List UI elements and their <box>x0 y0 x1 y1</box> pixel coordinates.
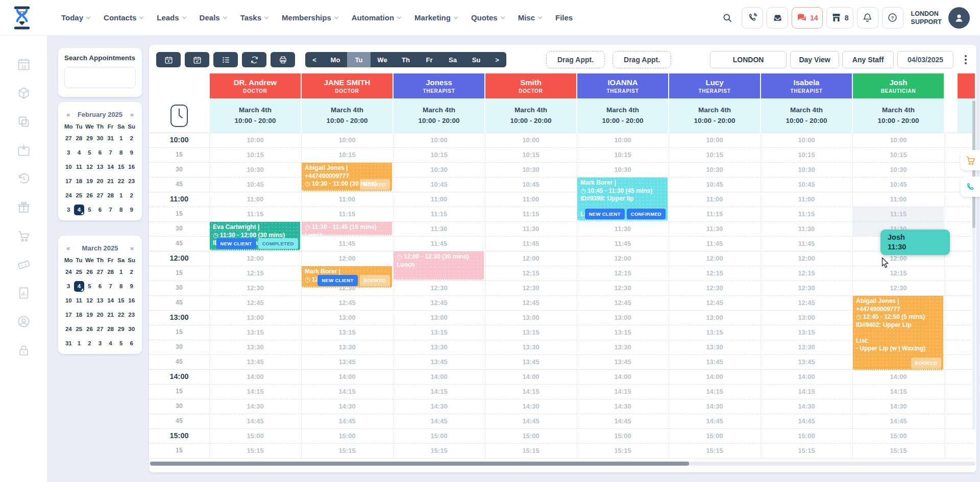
time-slot[interactable]: 12:00 <box>485 251 577 266</box>
nav-item-deals[interactable]: Deals <box>200 13 227 22</box>
day-tab-we[interactable]: We <box>371 52 394 67</box>
prev-day-button[interactable]: < <box>305 52 324 67</box>
time-slot[interactable]: 13:45 <box>485 354 577 369</box>
time-slot[interactable]: 12:00 <box>669 251 761 266</box>
calendar-day[interactable]: 28 <box>105 190 116 201</box>
time-slot[interactable]: 11:15 <box>209 207 301 221</box>
chat-button[interactable]: 14 <box>792 7 823 29</box>
day-tab-tu[interactable]: Tu <box>347 52 371 67</box>
nav-item-files[interactable]: Files <box>555 13 573 22</box>
calendar-day[interactable]: 27 <box>95 267 106 277</box>
time-slot[interactable]: 11:30 <box>761 221 852 236</box>
time-slot[interactable]: 10:45 <box>393 177 485 192</box>
time-slot[interactable]: 10:15 <box>301 147 393 162</box>
calendar-day[interactable]: 11 <box>74 295 85 306</box>
time-slot[interactable]: 11:15 <box>393 207 485 221</box>
time-slot[interactable]: 15:15 <box>301 443 393 458</box>
staff-header-ioanna[interactable]: IOANNATHERAPIST <box>577 73 668 98</box>
rail-voucher-icon[interactable] <box>0 250 47 278</box>
calendar-day[interactable]: 1 <box>116 267 127 277</box>
nav-item-memberships[interactable]: Memberships <box>282 13 338 22</box>
calendar-day[interactable]: 2 <box>126 133 137 144</box>
time-slot[interactable]: 14:30 <box>209 399 301 414</box>
calendar-day[interactable]: 2 <box>126 267 137 277</box>
calendar-day[interactable]: 3 <box>63 281 74 292</box>
time-slot[interactable]: 13:45 <box>393 354 485 369</box>
new-appointment-button[interactable] <box>156 52 181 67</box>
calendar-day[interactable]: 16 <box>126 162 137 172</box>
calendar-day[interactable]: 7 <box>105 281 116 292</box>
time-slot[interactable]: 14:45 <box>669 414 761 428</box>
time-slot[interactable]: 11:45 <box>393 236 485 251</box>
calendar-day[interactable]: 5 <box>116 338 127 349</box>
calendar-day[interactable]: 9 <box>126 205 137 215</box>
calendar-day[interactable]: 13 <box>95 162 106 172</box>
time-slot[interactable]: 13:00 <box>761 310 852 325</box>
calendar-day[interactable]: 3 <box>63 147 74 158</box>
calendar-day[interactable]: 30 <box>95 133 106 144</box>
rail-gift-icon[interactable] <box>0 193 47 221</box>
time-slot[interactable]: 10:45 <box>852 177 944 192</box>
calendar-day[interactable]: 23 <box>126 310 137 320</box>
time-slot[interactable]: 13:30 <box>393 340 485 354</box>
time-slot[interactable]: 13:00 <box>301 310 393 325</box>
appointment-abigail-jones[interactable]: Abigail Jones |+447490009777◷ 10:30 - 11… <box>302 163 392 191</box>
appointment-11-30-11-45-15-mins[interactable]: ◷ 11:30 - 11:45 (15 mins)Lunch <box>302 222 392 236</box>
calendar-day[interactable]: 31 <box>105 133 116 144</box>
staff-header-dr-andrew[interactable]: DR. AndrewDOCTOR <box>210 73 301 98</box>
view-select[interactable]: Day View <box>790 51 839 68</box>
calendar-day[interactable]: 22 <box>116 310 127 320</box>
calendar-day[interactable]: 30 <box>126 324 137 335</box>
calendar-day[interactable]: 7 <box>105 205 116 215</box>
calendar-day[interactable]: 22 <box>116 176 127 187</box>
nav-item-marketing[interactable]: Marketing <box>414 13 457 22</box>
time-slot[interactable]: 13:00 <box>393 310 485 325</box>
calendar-day[interactable]: 21 <box>105 310 116 320</box>
print-button[interactable] <box>271 52 295 67</box>
time-slot[interactable]: 14:00 <box>393 369 485 384</box>
rail-cart-icon[interactable] <box>0 221 47 250</box>
time-slot[interactable]: 12:30 <box>852 281 944 295</box>
time-slot[interactable]: 12:45 <box>669 295 761 310</box>
calendar-day[interactable]: 4 <box>105 338 116 349</box>
time-slot[interactable]: 10:45 <box>209 177 301 192</box>
time-slot[interactable]: 13:15 <box>669 325 761 340</box>
time-slot[interactable]: 10:15 <box>577 147 669 162</box>
calendar-day[interactable]: 9 <box>126 281 137 292</box>
staff-header-jane-smith[interactable]: JANE SMITHDOCTOR <box>302 73 393 98</box>
time-slot[interactable]: 11:45 <box>669 236 761 251</box>
calendar-day[interactable]: 17 <box>63 176 74 187</box>
time-slot[interactable]: 14:15 <box>209 384 301 399</box>
calendar-day[interactable]: 6 <box>95 205 106 215</box>
time-slot[interactable]: 11:45 <box>761 236 852 251</box>
calendar-day[interactable]: 19 <box>84 310 95 320</box>
calendar-day[interactable]: 2 <box>84 338 95 349</box>
time-slot[interactable]: 12:45 <box>393 295 485 310</box>
time-slot[interactable]: 11:45 <box>301 236 393 251</box>
time-slot[interactable]: 10:00 <box>209 133 301 147</box>
time-slot[interactable]: 14:30 <box>761 399 852 414</box>
time-slot[interactable]: 13:45 <box>669 354 761 369</box>
time-slot[interactable]: 10:30 <box>485 162 577 177</box>
time-slot[interactable]: 12:30 <box>485 281 577 295</box>
time-slot[interactable]: 14:30 <box>852 399 944 414</box>
time-slot[interactable]: 15:00 <box>852 428 944 443</box>
calendar-day[interactable]: 4 <box>74 147 85 158</box>
more-options-button[interactable] <box>961 52 971 67</box>
notifications-button[interactable] <box>857 7 878 29</box>
time-slot[interactable]: 11:15 <box>669 207 761 221</box>
calendar-day[interactable]: 19 <box>84 176 95 187</box>
time-slot[interactable]: 13:45 <box>577 354 669 369</box>
time-slot[interactable]: 14:00 <box>301 369 393 384</box>
time-slot[interactable]: 15:00 <box>761 428 852 443</box>
time-slot[interactable]: 10:15 <box>852 147 944 162</box>
time-slot[interactable]: 14:30 <box>301 399 393 414</box>
calendar-day[interactable]: 27 <box>63 133 74 144</box>
time-slot[interactable]: 13:00 <box>669 310 761 325</box>
staff-header-isabela[interactable]: IsabelaTHERAPIST <box>761 73 852 98</box>
time-slot[interactable]: 13:00 <box>577 310 669 325</box>
time-slot[interactable]: 15:00 <box>669 428 761 443</box>
time-slot[interactable]: 10:00 <box>761 133 852 147</box>
time-slot[interactable]: 11:00 <box>393 192 485 207</box>
time-slot[interactable]: 14:00 <box>577 369 669 384</box>
